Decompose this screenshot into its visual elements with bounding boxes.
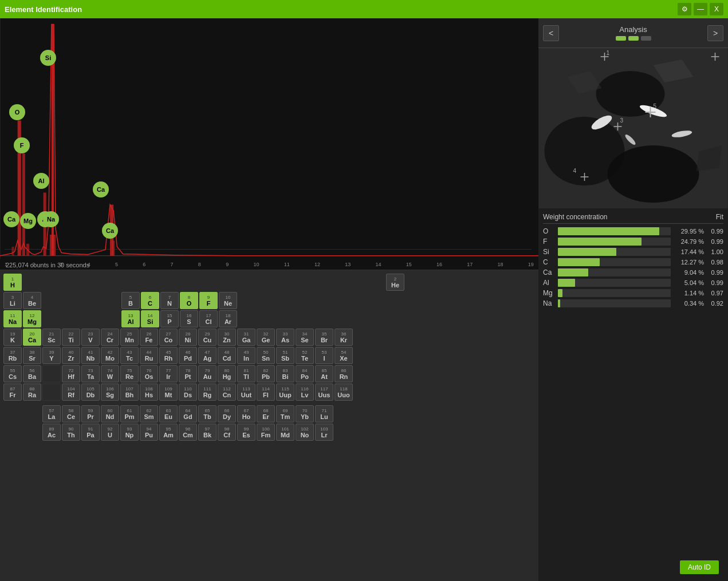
- element-Br[interactable]: 35Br: [315, 329, 333, 346]
- element-Re[interactable]: 75Re: [120, 365, 139, 382]
- element-Lr[interactable]: 103Lr: [315, 424, 333, 441]
- element-Uup[interactable]: 115Uup: [276, 384, 294, 401]
- element-K[interactable]: 19K: [3, 329, 22, 346]
- element-Be[interactable]: 4Be: [23, 292, 41, 309]
- element-In[interactable]: 49In: [237, 347, 255, 364]
- element-Na[interactable]: 11Na: [3, 310, 22, 327]
- element-Sr[interactable]: 38Sr: [23, 347, 41, 364]
- element-Fm[interactable]: 100Fm: [257, 424, 275, 441]
- element-Mn[interactable]: 25Mn: [120, 329, 139, 346]
- element-Uuo[interactable]: 118Uuo: [335, 384, 353, 401]
- element-Ag[interactable]: 47Ag: [198, 347, 217, 364]
- element-Rh[interactable]: 45Rh: [159, 347, 178, 364]
- element-H[interactable]: 1H: [3, 274, 22, 291]
- autoid-button[interactable]: Auto ID: [680, 560, 719, 574]
- element-Cn[interactable]: 112Cn: [218, 384, 236, 401]
- element-Sn[interactable]: 50Sn: [257, 347, 275, 364]
- element-Sm[interactable]: 62Sm: [140, 405, 158, 422]
- element-Bk[interactable]: 97Bk: [198, 424, 217, 441]
- element-P[interactable]: 15P: [160, 310, 179, 327]
- element-Yb[interactable]: 70Yb: [296, 405, 314, 422]
- element-Fr[interactable]: 87Fr: [3, 384, 22, 401]
- element-Pd[interactable]: 46Pd: [179, 347, 197, 364]
- analysis-prev-button[interactable]: <: [543, 25, 559, 41]
- element-Th[interactable]: 90Th: [62, 424, 80, 441]
- analysis-next-button[interactable]: >: [707, 25, 723, 41]
- element-Sb[interactable]: 51Sb: [276, 347, 294, 364]
- element-Te[interactable]: 52Te: [296, 347, 314, 364]
- element-Ho[interactable]: 67Ho: [237, 405, 255, 422]
- element-Cr[interactable]: 24Cr: [101, 329, 119, 346]
- minimize-button[interactable]: —: [694, 3, 707, 15]
- element-Rg[interactable]: 111Rg: [198, 384, 217, 401]
- element-Co[interactable]: 27Co: [159, 329, 178, 346]
- element-Ce[interactable]: 58Ce: [62, 405, 80, 422]
- element-Tc[interactable]: 43Tc: [120, 347, 139, 364]
- element-Pt[interactable]: 78Pt: [179, 365, 197, 382]
- element-Y[interactable]: 39Y: [42, 347, 61, 364]
- element-Ca[interactable]: 20Ca: [23, 329, 41, 346]
- element-N[interactable]: 7N: [160, 292, 179, 309]
- close-button[interactable]: X: [710, 3, 723, 15]
- element-Hg[interactable]: 80Hg: [218, 365, 236, 382]
- element-Cl[interactable]: 17Cl: [199, 310, 218, 327]
- element-Ru[interactable]: 44Ru: [140, 347, 158, 364]
- element-Uut[interactable]: 113Uut: [237, 384, 255, 401]
- element-Cd[interactable]: 48Cd: [218, 347, 236, 364]
- element-Ra[interactable]: 88Ra: [23, 384, 41, 401]
- element-Cs[interactable]: 55Cs: [3, 365, 22, 382]
- element-Hs[interactable]: 108Hs: [140, 384, 158, 401]
- element-V[interactable]: 23V: [81, 329, 100, 346]
- element-Os[interactable]: 76Os: [140, 365, 158, 382]
- element-La[interactable]: 57La: [42, 405, 61, 422]
- element-Cm[interactable]: 96Cm: [179, 424, 197, 441]
- element-Au[interactable]: 79Au: [198, 365, 217, 382]
- element-Tm[interactable]: 69Tm: [276, 405, 294, 422]
- element-C[interactable]: 6C: [141, 292, 159, 309]
- element-Sc[interactable]: 21Sc: [42, 329, 61, 346]
- element-Pu[interactable]: 94Pu: [140, 424, 158, 441]
- element-Fe[interactable]: 26Fe: [140, 329, 158, 346]
- element-Zn[interactable]: 30Zn: [218, 329, 236, 346]
- element-Ne[interactable]: 10Ne: [219, 292, 237, 309]
- element-Mt[interactable]: 109Mt: [159, 384, 178, 401]
- element-Bh[interactable]: 107Bh: [120, 384, 139, 401]
- element-Mg[interactable]: 12Mg: [23, 310, 41, 327]
- element-Uus[interactable]: 117Uus: [315, 384, 333, 401]
- element-Eu[interactable]: 63Eu: [159, 405, 178, 422]
- element-As[interactable]: 33As: [276, 329, 294, 346]
- element-Ga[interactable]: 31Ga: [237, 329, 255, 346]
- element-Am[interactable]: 95Am: [159, 424, 178, 441]
- settings-button[interactable]: ⚙: [678, 3, 691, 15]
- element-Bi[interactable]: 83Bi: [276, 365, 294, 382]
- element-Ir[interactable]: 77Ir: [159, 365, 178, 382]
- element-Se[interactable]: 34Se: [296, 329, 314, 346]
- element-He[interactable]: 2He: [386, 274, 404, 291]
- element-Ba[interactable]: 56Ba: [23, 365, 41, 382]
- element-Kr[interactable]: 36Kr: [335, 329, 353, 346]
- element-Si[interactable]: 14Si: [141, 310, 159, 327]
- element-W[interactable]: 74W: [101, 365, 119, 382]
- element-Rb[interactable]: 37Rb: [3, 347, 22, 364]
- element-Ge[interactable]: 32Ge: [257, 329, 275, 346]
- element-Ti[interactable]: 22Ti: [62, 329, 80, 346]
- element-Nb[interactable]: 41Nb: [81, 347, 100, 364]
- element-Zr[interactable]: 40Zr: [62, 347, 80, 364]
- element-Pr[interactable]: 59Pr: [81, 405, 100, 422]
- element-Lu[interactable]: 71Lu: [315, 405, 333, 422]
- element-Lv[interactable]: 116Lv: [296, 384, 314, 401]
- element-No[interactable]: 102No: [296, 424, 314, 441]
- element-Pa[interactable]: 91Pa: [81, 424, 100, 441]
- element-At[interactable]: 85At: [315, 365, 333, 382]
- element-Pb[interactable]: 82Pb: [257, 365, 275, 382]
- element-Dy[interactable]: 66Dy: [218, 405, 236, 422]
- element-Md[interactable]: 101Md: [276, 424, 294, 441]
- element-Ni[interactable]: 28Ni: [179, 329, 197, 346]
- element-Ds[interactable]: 110Ds: [179, 384, 197, 401]
- element-B[interactable]: 5B: [121, 292, 140, 309]
- element-Es[interactable]: 99Es: [237, 424, 255, 441]
- element-Rn[interactable]: 86Rn: [335, 365, 353, 382]
- element-Hf[interactable]: 72Hf: [62, 365, 80, 382]
- element-Nd[interactable]: 60Nd: [101, 405, 119, 422]
- element-S[interactable]: 16S: [180, 310, 198, 327]
